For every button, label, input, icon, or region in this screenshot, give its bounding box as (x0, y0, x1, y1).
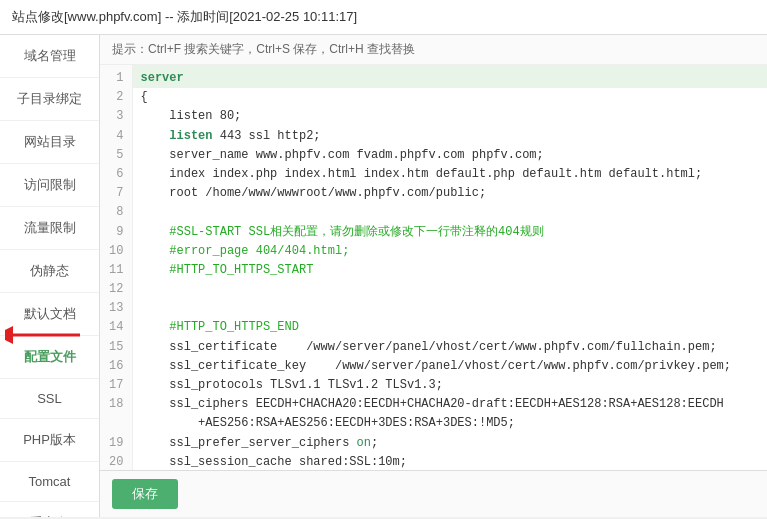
sidebar: 域名管理 子目录绑定 网站目录 访问限制 流量限制 伪静态 默认文档 配置文件 (0, 35, 100, 517)
line-number: 1 (100, 65, 132, 88)
sidebar-item-website[interactable]: 网站目录 (0, 121, 99, 164)
table-row: 11 #HTTP_TO_HTTPS_START (100, 261, 767, 280)
table-row: 20 ssl_session_cache shared:SSL:10m; (100, 453, 767, 470)
line-number: 12 (100, 280, 132, 299)
line-number: 4 (100, 127, 132, 146)
table-row: 12 (100, 280, 767, 299)
hint-bar: 提示：Ctrl+F 搜索关键字，Ctrl+S 保存，Ctrl+H 查找替换 (100, 35, 767, 65)
hint-text: 提示：Ctrl+F 搜索关键字，Ctrl+S 保存，Ctrl+H 查找替换 (112, 42, 415, 56)
table-row: 17 ssl_protocols TLSv1.1 TLSv1.2 TLSv1.3… (100, 376, 767, 395)
line-number: 9 (100, 223, 132, 242)
table-row: 2 { (100, 88, 767, 107)
line-code: #HTTP_TO_HTTPS_START (132, 261, 767, 280)
content-area: 提示：Ctrl+F 搜索关键字，Ctrl+S 保存，Ctrl+H 查找替换 1 … (100, 35, 767, 517)
table-row: 4 listen 443 ssl http2; (100, 127, 767, 146)
line-number: 16 (100, 357, 132, 376)
line-code: server (132, 65, 767, 88)
code-table: 1 server 2 { 3 listen 80; 4 (100, 65, 767, 470)
line-number: 13 (100, 299, 132, 318)
sidebar-item-redirect[interactable]: 重定向 (0, 502, 99, 517)
line-code: listen 80; (132, 107, 767, 126)
table-row: 7 root /home/www/wwwroot/www.phpfv.com/p… (100, 184, 767, 203)
line-number: 11 (100, 261, 132, 280)
sidebar-item-php[interactable]: PHP版本 (0, 419, 99, 462)
line-code: ssl_protocols TLSv1.1 TLSv1.2 TLSv1.3; (132, 376, 767, 395)
line-code: #HTTP_TO_HTTPS_END (132, 318, 767, 337)
table-row: 13 (100, 299, 767, 318)
line-number: 17 (100, 376, 132, 395)
line-code (132, 299, 767, 318)
table-row: 6 index index.php index.html index.htm d… (100, 165, 767, 184)
line-number: 5 (100, 146, 132, 165)
sidebar-item-access[interactable]: 访问限制 (0, 164, 99, 207)
line-code: ssl_session_cache shared:SSL:10m; (132, 453, 767, 470)
line-code: listen 443 ssl http2; (132, 127, 767, 146)
table-row: 19 ssl_prefer_server_ciphers on; (100, 434, 767, 453)
line-code: ssl_prefer_server_ciphers on; (132, 434, 767, 453)
line-code: #SSL-START SSL相关配置，请勿删除或修改下一行带注释的404规则 (132, 223, 767, 242)
line-code: ssl_certificate_key /www/server/panel/vh… (132, 357, 767, 376)
line-code: ssl_ciphers EECDH+CHACHA20:EECDH+CHACHA2… (132, 395, 767, 433)
table-row: 15 ssl_certificate /www/server/panel/vho… (100, 338, 767, 357)
sidebar-item-domain[interactable]: 域名管理 (0, 35, 99, 78)
line-number: 15 (100, 338, 132, 357)
title-bar: 站点修改[www.phpfv.com] -- 添加时间[2021-02-25 1… (0, 0, 767, 35)
line-number: 19 (100, 434, 132, 453)
line-number: 3 (100, 107, 132, 126)
table-row: 10 #error_page 404/404.html; (100, 242, 767, 261)
line-code: root /home/www/wwwroot/www.phpfv.com/pub… (132, 184, 767, 203)
line-code: #error_page 404/404.html; (132, 242, 767, 261)
line-code: { (132, 88, 767, 107)
table-row: 5 server_name www.phpfv.com fvadm.phpfv.… (100, 146, 767, 165)
line-code: ssl_certificate /www/server/panel/vhost/… (132, 338, 767, 357)
editor-container[interactable]: 1 server 2 { 3 listen 80; 4 (100, 65, 767, 470)
sidebar-item-ssl[interactable]: SSL (0, 379, 99, 419)
line-number: 7 (100, 184, 132, 203)
table-row: 9 #SSL-START SSL相关配置，请勿删除或修改下一行带注释的404规则 (100, 223, 767, 242)
line-number: 6 (100, 165, 132, 184)
line-code (132, 203, 767, 222)
table-row: 8 (100, 203, 767, 222)
line-code: index index.php index.html index.htm def… (132, 165, 767, 184)
sidebar-item-default[interactable]: 默认文档 (0, 293, 99, 336)
table-row: 16 ssl_certificate_key /www/server/panel… (100, 357, 767, 376)
table-row: 3 listen 80; (100, 107, 767, 126)
line-number: 2 (100, 88, 132, 107)
line-number: 14 (100, 318, 132, 337)
line-number: 20 (100, 453, 132, 470)
sidebar-item-config[interactable]: 配置文件 (0, 336, 99, 379)
line-code (132, 280, 767, 299)
line-number: 10 (100, 242, 132, 261)
line-number: 8 (100, 203, 132, 222)
save-button[interactable]: 保存 (112, 479, 178, 509)
title-text: 站点修改[www.phpfv.com] -- 添加时间[2021-02-25 1… (12, 9, 357, 24)
table-row: 1 server (100, 65, 767, 88)
line-code: server_name www.phpfv.com fvadm.phpfv.co… (132, 146, 767, 165)
table-row: 18 ssl_ciphers EECDH+CHACHA20:EECDH+CHAC… (100, 395, 767, 433)
sidebar-item-traffic[interactable]: 流量限制 (0, 207, 99, 250)
line-number: 18 (100, 395, 132, 433)
sidebar-item-static[interactable]: 伪静态 (0, 250, 99, 293)
footer-bar: 保存 (100, 470, 767, 517)
table-row: 14 #HTTP_TO_HTTPS_END (100, 318, 767, 337)
sidebar-item-subdir[interactable]: 子目录绑定 (0, 78, 99, 121)
sidebar-item-tomcat[interactable]: Tomcat (0, 462, 99, 502)
